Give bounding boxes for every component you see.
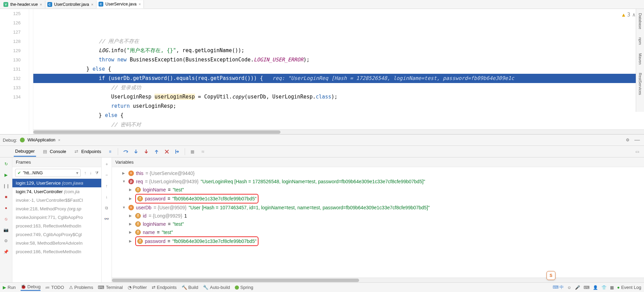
- tab-debugger[interactable]: Debugger: [14, 147, 36, 157]
- glasses-icon[interactable]: 👓: [104, 216, 110, 222]
- tab-user-controller[interactable]: C UserController.java ×: [45, 1, 96, 8]
- gear-icon[interactable]: ⚙: [626, 138, 630, 142]
- user-icon[interactable]: 👤: [593, 285, 598, 290]
- threads-icon[interactable]: ≡: [107, 149, 113, 154]
- tab-endpoints[interactable]: ⇄ Endpoints: [72, 147, 103, 156]
- camera-icon[interactable]: 📷: [3, 227, 9, 233]
- debug-toolwindow-header: Debug: WikiApplication × ⚙ —: [0, 134, 644, 146]
- terminal-button[interactable]: ⌨Terminal: [98, 285, 123, 290]
- step-into-icon[interactable]: [133, 149, 139, 154]
- database-tab[interactable]: Database: [638, 13, 642, 29]
- frame-row[interactable]: invoke:58, MethodBeforeAdviceIn: [12, 239, 101, 247]
- stop-icon[interactable]: ■: [3, 194, 9, 200]
- tab-label: Debugger: [15, 149, 35, 154]
- frame-row[interactable]: proceed:749, CglibAopProxy$Cgl: [12, 230, 101, 239]
- step-over-icon[interactable]: [123, 149, 128, 154]
- code-body[interactable]: ▲ 3 ∧ ∨ // 用户名不存在 LOG.info("用户名不存在, {}",…: [33, 9, 644, 134]
- endpoints-button[interactable]: ⇄Endpoints: [152, 285, 177, 290]
- resume-icon[interactable]: ▶: [3, 172, 9, 178]
- problems-button[interactable]: ⚠Problems: [69, 285, 93, 290]
- chevron-up-icon[interactable]: ∧: [632, 10, 635, 20]
- frame-row[interactable]: login:74, UserController (com.jia: [12, 187, 101, 196]
- tab-the-header[interactable]: V the-header.vue ×: [1, 1, 45, 8]
- variable-row[interactable]: ▶f name = "test": [114, 228, 642, 236]
- variable-row[interactable]: ▶f loginName = "test": [114, 186, 642, 194]
- emoji-icon[interactable]: ☺: [567, 285, 571, 290]
- mic-icon[interactable]: 🎤: [575, 285, 580, 290]
- autobuild-button[interactable]: 🔧Auto-build: [203, 285, 230, 290]
- rest-tab[interactable]: RestServices: [638, 73, 642, 95]
- run-config-name[interactable]: WikiApplication: [27, 138, 55, 142]
- layout-icon[interactable]: ▭: [634, 149, 640, 154]
- debug-inner-toolbar: Debugger ▤ Console ⇄ Endpoints ≡ ▦ ≋ ▭: [0, 146, 644, 157]
- horizontal-scrollbar[interactable]: [112, 278, 644, 282]
- variable-row[interactable]: ▼p req = {UserLoginReq@9439} "UserLoginR…: [114, 177, 642, 186]
- shirt-icon[interactable]: 👕: [601, 285, 607, 290]
- maven-tab[interactable]: Maven: [638, 53, 642, 65]
- horizontal-scrollbar[interactable]: [33, 129, 644, 134]
- next-frame-icon[interactable]: ↓: [90, 171, 92, 175]
- filter-icon[interactable]: ⧩: [95, 171, 99, 175]
- build-button[interactable]: 🔨Build: [182, 285, 198, 290]
- step-out-icon[interactable]: [154, 149, 159, 154]
- frame-row[interactable]: invokeJoinpoint:771, CglibAopPro: [12, 213, 101, 222]
- npm-tab[interactable]: npm: [638, 37, 642, 45]
- close-icon[interactable]: ×: [40, 2, 42, 7]
- tab-console[interactable]: ▤ Console: [41, 147, 68, 156]
- profiler-button[interactable]: ◔Profiler: [128, 285, 147, 290]
- variable-row[interactable]: ▶f password = "fb09b64e309e1c33e7cf8cfe9…: [114, 236, 642, 246]
- minimize-icon[interactable]: —: [634, 137, 640, 143]
- pin-icon[interactable]: 📌: [3, 249, 9, 255]
- todo-button[interactable]: ≔TODO: [45, 285, 64, 290]
- frame-row[interactable]: invoke:218, MethodProxy (org.sp: [12, 205, 101, 213]
- variable-row[interactable]: ▼≡ userDb = {User@9509} "User [Hash = 10…: [114, 203, 642, 212]
- variable-row[interactable]: ▶f password = "fb09b64e309e1c33e7cf8cfe9…: [114, 194, 642, 203]
- tab-user-service[interactable]: C UserService.java ×: [96, 0, 144, 9]
- add-watch-icon[interactable]: ＋: [104, 161, 110, 167]
- close-icon[interactable]: ×: [91, 2, 93, 7]
- fold-bar[interactable]: [29, 9, 33, 134]
- separator: [118, 148, 118, 155]
- code-editor[interactable]: 125126127128129130131132133134 ▲ 3 ∧ ∨ /…: [0, 9, 644, 134]
- frame-row[interactable]: login:129, UserService (com.jiawa: [12, 179, 101, 187]
- mute-breakpoints-icon[interactable]: ⦸: [3, 216, 9, 222]
- pause-icon[interactable]: ❙❙: [3, 183, 9, 189]
- frame-row[interactable]: invoke:-1, UserController$$FastCl: [12, 196, 101, 205]
- spring-icon: [20, 138, 25, 142]
- trace-icon[interactable]: ≋: [200, 149, 206, 154]
- evaluate-icon[interactable]: ▦: [190, 149, 195, 154]
- frame-row[interactable]: proceed:186, ReflectiveMethodIn: [12, 247, 101, 256]
- ime-badge[interactable]: ⌨ 中: [553, 284, 564, 290]
- remove-watch-icon[interactable]: −: [104, 172, 110, 178]
- settings-icon[interactable]: ⚙: [3, 238, 9, 244]
- frame-list[interactable]: login:129, UserService (com.jiawalogin:7…: [12, 179, 101, 282]
- down-icon[interactable]: ↓: [104, 194, 110, 200]
- event-log-button[interactable]: ●Event Log: [617, 285, 641, 290]
- frames-toolbar: ✔ "htt...NING ▾ ↑ ↓ ⧩: [12, 167, 101, 179]
- keyboard-icon[interactable]: ⌨: [584, 285, 589, 290]
- rerun-icon[interactable]: ↻: [3, 161, 9, 167]
- close-icon[interactable]: ×: [58, 138, 60, 142]
- copy-icon[interactable]: ⧉: [104, 205, 110, 211]
- tab-label: the-header.vue: [10, 2, 38, 7]
- force-step-into-icon[interactable]: [143, 149, 149, 154]
- debug-button[interactable]: 🐞Debug: [21, 284, 41, 291]
- close-icon[interactable]: ×: [139, 2, 141, 6]
- variable-row[interactable]: ▶≡ this = {UserService@9440}: [114, 169, 642, 177]
- tab-label: UserService.java: [105, 2, 137, 7]
- frame-row[interactable]: proceed:163, ReflectiveMethodIn: [12, 222, 101, 230]
- drop-frame-icon[interactable]: [164, 149, 170, 154]
- variables-tree[interactable]: ▶≡ this = {UserService@9440}▼p req = {Us…: [112, 167, 644, 278]
- thread-selector[interactable]: ✔ "htt...NING ▾: [15, 169, 81, 177]
- run-to-cursor-icon[interactable]: [174, 149, 180, 154]
- breakpoints-icon[interactable]: ●: [3, 205, 9, 211]
- variable-row[interactable]: ▶f loginName = "test": [114, 220, 642, 228]
- spring-button[interactable]: Spring: [235, 285, 253, 290]
- run-button[interactable]: ▶Run: [3, 285, 16, 290]
- right-toolwindow-tabs: Database npm Maven RestServices: [636, 9, 644, 112]
- prev-frame-icon[interactable]: ↑: [84, 171, 86, 175]
- grid-icon[interactable]: ▦: [610, 285, 614, 290]
- sogou-ime-badge[interactable]: S: [547, 271, 555, 280]
- variable-row[interactable]: ▶f id = {Long@9929} 1: [114, 212, 642, 220]
- up-icon[interactable]: ↑: [104, 183, 110, 189]
